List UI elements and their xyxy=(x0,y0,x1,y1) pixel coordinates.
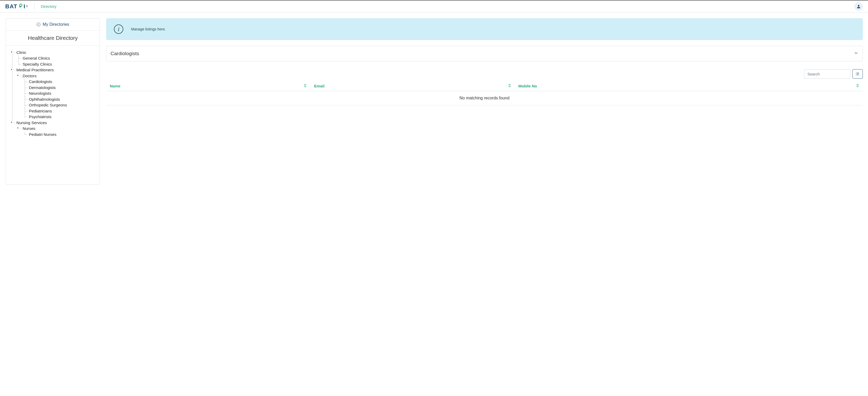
info-icon: i xyxy=(114,25,123,34)
tree-label-nursing-services[interactable]: Nursing Services xyxy=(17,120,47,125)
tree-label-orthopedic-surgeons[interactable]: Orthopedic Surgeons xyxy=(29,103,67,107)
tree-node-neurologists[interactable]: Neurologists xyxy=(25,91,95,96)
chevron-down-icon[interactable] xyxy=(854,51,858,57)
column-label-email: Email xyxy=(314,84,324,88)
tree-node-medical-practitioners[interactable]: ▾ Medical Practitioners ▾ Doctors Cardio… xyxy=(12,67,95,120)
tree-label-general-clinics[interactable]: General Clinics xyxy=(23,56,50,60)
table-toolbar xyxy=(106,69,863,79)
column-label-name: Name xyxy=(110,84,120,88)
svg-point-0 xyxy=(858,5,860,6)
tree-label-dermatologists[interactable]: Dermatologists xyxy=(29,85,56,90)
tree-label-pediatricians[interactable]: Pediatricians xyxy=(29,109,52,113)
tree-node-cardiologists[interactable]: Cardiologists xyxy=(25,79,95,85)
tree-node-psychiatrists[interactable]: Psychiatrists xyxy=(25,114,95,120)
search-input[interactable] xyxy=(804,69,850,79)
tree-label-neurologists[interactable]: Neurologists xyxy=(29,91,51,95)
tree-node-general-clinics[interactable]: General Clinics xyxy=(19,55,95,61)
back-arrow-icon xyxy=(36,22,40,27)
my-directories-label: My Directories xyxy=(43,22,69,27)
tree-label-nurses[interactable]: Nurses xyxy=(23,126,35,131)
tree-node-nursing-services[interactable]: ▾ Nursing Services ▾ Nurses Pediatri Nur… xyxy=(12,120,95,138)
tree-node-pediatri-nurses[interactable]: Pediatri Nurses xyxy=(25,132,95,138)
brand-logo[interactable]: BAT I ® xyxy=(5,3,28,10)
tree-node-specialty-clinics[interactable]: Specialty Clinics xyxy=(19,61,95,67)
main-content: i Manage listings here. Cardiologists xyxy=(106,18,865,185)
tree-toggle-icon[interactable]: ▾ xyxy=(17,127,20,129)
user-icon xyxy=(856,4,861,9)
tree-node-doctors[interactable]: ▾ Doctors Cardiologists Dermatologists N… xyxy=(19,73,95,120)
topbar: BAT I ® Directory xyxy=(0,0,868,12)
column-label-mobile: Mobile No xyxy=(518,84,537,88)
tree-label-medical-practitioners[interactable]: Medical Practitioners xyxy=(17,68,54,72)
tree-label-doctors[interactable]: Doctors xyxy=(23,73,36,78)
tree-toggle-icon[interactable]: ▾ xyxy=(11,51,13,53)
tree-toggle-icon[interactable]: ▾ xyxy=(11,68,13,71)
user-avatar-button[interactable] xyxy=(855,2,863,11)
tree-label-cardiologists[interactable]: Cardiologists xyxy=(29,79,52,84)
sort-icon[interactable] xyxy=(508,84,511,88)
tree-label-specialty-clinics[interactable]: Specialty Clinics xyxy=(23,62,52,66)
my-directories-button[interactable]: My Directories xyxy=(6,19,100,31)
svg-point-1 xyxy=(37,23,40,26)
category-tree: ▾ Clinic General Clinics Specialty Clini… xyxy=(6,45,100,142)
listings-table: Name Email Mobile No xyxy=(106,81,863,105)
tree-node-pediatricians[interactable]: Pediatricians xyxy=(25,108,95,114)
info-text: Manage listings here. xyxy=(131,27,166,31)
sidebar-title: Healthcare Directory xyxy=(6,31,100,45)
tree-label-clinic[interactable]: Clinic xyxy=(17,50,26,55)
svg-point-6 xyxy=(856,75,857,75)
column-header-name[interactable]: Name xyxy=(106,81,310,91)
panel-title: Cardiologists xyxy=(111,51,139,57)
svg-point-2 xyxy=(856,72,857,73)
category-panel[interactable]: Cardiologists xyxy=(106,46,863,61)
tree-label-psychiatrists[interactable]: Psychiatrists xyxy=(29,115,52,119)
svg-point-4 xyxy=(856,73,857,74)
sort-icon[interactable] xyxy=(304,84,307,88)
tree-node-dermatologists[interactable]: Dermatologists xyxy=(25,85,95,91)
logo-divider xyxy=(34,3,35,10)
svg-rect-3 xyxy=(857,72,859,73)
svg-rect-5 xyxy=(857,73,859,74)
topbar-left: BAT I ® Directory xyxy=(5,3,57,10)
empty-message: No matching records found xyxy=(106,91,863,105)
logo-registered-mark: ® xyxy=(26,5,28,8)
tree-node-nurses[interactable]: ▾ Nurses Pediatri Nurses xyxy=(19,126,95,138)
tree-label-ophthalmologists[interactable]: Ophthalmologists xyxy=(29,97,60,101)
tree-toggle-icon[interactable]: ▾ xyxy=(11,121,13,124)
column-header-email[interactable]: Email xyxy=(310,81,515,91)
tree-node-clinic[interactable]: ▾ Clinic General Clinics Specialty Clini… xyxy=(12,50,95,67)
info-banner: i Manage listings here. xyxy=(106,18,863,40)
column-header-mobile[interactable]: Mobile No xyxy=(515,81,863,91)
tree-label-pediatri-nurses[interactable]: Pediatri Nurses xyxy=(29,132,57,136)
logo-text-suffix: I xyxy=(24,3,26,10)
table-empty-row: No matching records found xyxy=(106,91,863,105)
logo-text-prefix: BAT xyxy=(5,3,18,10)
leaf-icon xyxy=(18,3,23,10)
tree-node-ophthalmologists[interactable]: Ophthalmologists xyxy=(25,96,95,102)
sidebar: My Directories Healthcare Directory ▾ Cl… xyxy=(6,18,100,185)
sort-icon[interactable] xyxy=(856,84,859,88)
tree-node-orthopedic-surgeons[interactable]: Orthopedic Surgeons xyxy=(25,102,95,108)
list-icon xyxy=(856,72,860,76)
tree-toggle-icon[interactable]: ▾ xyxy=(17,74,20,77)
list-view-button[interactable] xyxy=(852,69,863,79)
header-directory-link[interactable]: Directory xyxy=(41,4,57,8)
